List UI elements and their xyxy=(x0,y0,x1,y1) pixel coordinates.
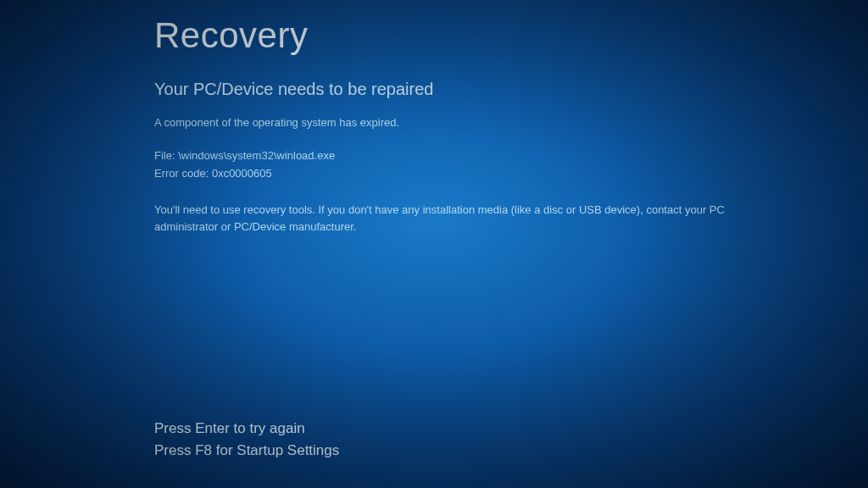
file-error-info: File: \windows\system32\winload.exe Erro… xyxy=(154,147,798,183)
error-code: Error code: 0xc0000605 xyxy=(154,165,798,183)
file-path: File: \windows\system32\winload.exe xyxy=(154,147,798,165)
keyboard-actions: Press Enter to try again Press F8 for St… xyxy=(154,418,339,461)
page-title: Recovery xyxy=(154,15,798,56)
recovery-instructions: You'll need to use recovery tools. If yo… xyxy=(154,202,782,237)
error-description: A component of the operating system has … xyxy=(154,116,798,129)
action-f8: Press F8 for Startup Settings xyxy=(154,440,339,462)
action-enter: Press Enter to try again xyxy=(154,418,339,440)
recovery-subtitle: Your PC/Device needs to be repaired xyxy=(154,80,798,99)
recovery-content: Recovery Your PC/Device needs to be repa… xyxy=(154,15,798,236)
